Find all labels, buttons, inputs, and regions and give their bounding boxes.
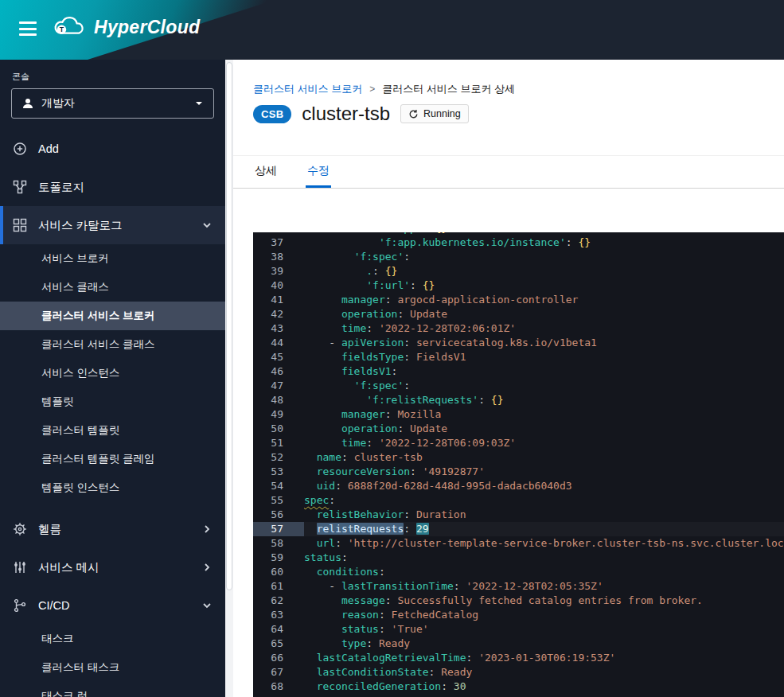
code-token [304, 652, 317, 664]
code-line[interactable]: 43 time: '2022-12-28T02:06:01Z' [253, 321, 784, 336]
sidebar-item-helm[interactable]: 헬름 [0, 510, 225, 548]
breadcrumb-link[interactable]: 클러스터 서비스 브로커 [253, 82, 362, 96]
code-token: Ready [441, 666, 472, 678]
code-token: 'http://cluster-template-service-broker.… [348, 537, 784, 549]
code-token: operation [341, 308, 397, 320]
code-line[interactable]: 53 resourceVersion: '49192877' [253, 465, 784, 479]
code-line[interactable]: 64 status: 'True' [253, 622, 784, 637]
yaml-editor[interactable]: 36 'f:app': {}37 'f:app.kubernetes.io/in… [253, 232, 784, 697]
code-line[interactable]: 44 - apiVersion: servicecatalog.k8s.io/v… [253, 336, 784, 350]
code-token: : [397, 422, 410, 434]
code-line[interactable]: 51 time: '2022-12-28T06:09:03Z' [253, 436, 784, 450]
sidebar-scrollbar[interactable] [225, 60, 233, 697]
code-token: : [466, 652, 479, 664]
code-line[interactable]: 60 conditions: [253, 565, 784, 579]
sidebar-item-topology[interactable]: 토폴로지 [0, 168, 225, 206]
code-line[interactable]: 39 .: {} [253, 264, 784, 278]
code-token: reason [341, 609, 379, 621]
sidebar-item-template[interactable]: 템플릿 [0, 387, 225, 416]
code-token: FetchedCatalog [392, 609, 479, 621]
code-line[interactable]: 67 lastConditionState: Ready [253, 665, 784, 679]
code-line[interactable]: 54 uid: 6888f20d-628d-448d-995d-dadacb60… [253, 479, 784, 493]
code-line[interactable]: 49 manager: Mozilla [253, 407, 784, 422]
code-line[interactable]: 40 'f:url': {} [253, 278, 784, 293]
code-token [304, 236, 379, 248]
cloud-logo-icon: T [53, 14, 86, 40]
code-token: 30 [454, 680, 466, 692]
hamburger-menu-button[interactable] [19, 21, 40, 39]
code-token: fieldsType [341, 351, 404, 363]
code-line[interactable]: 61 - lastTransitionTime: '2022-12-28T02:… [253, 579, 784, 594]
code-line[interactable]: 50 operation: Update [253, 422, 784, 436]
code-line[interactable]: 41 manager: argocd-application-controlle… [253, 293, 784, 307]
brand-logo[interactable]: T HyperCloud [53, 14, 200, 40]
hamburger-icon [19, 21, 40, 36]
tab-edit[interactable]: 수정 [306, 156, 331, 188]
sidebar: 콘솔 개발자 Add토폴로지서비스 카탈로그서비스 브로커서비스 클래스클러스터… [0, 60, 225, 697]
sidebar-item-template-instance[interactable]: 템플릿 인스턴스 [0, 473, 225, 502]
code-token: Duration [416, 508, 466, 520]
code-line[interactable]: 46 fieldsV1: [253, 364, 784, 379]
code-token: Ready [379, 637, 410, 649]
code-token: : [404, 351, 416, 363]
sidebar-item-cicd[interactable]: CI/CD [0, 586, 225, 625]
code-token: : [329, 494, 335, 506]
sidebar-item-service-instance[interactable]: 서비스 인스턴스 [0, 359, 225, 387]
tab-bar: 상세 수정 [233, 156, 784, 189]
code-line-text: - apiVersion: servicecatalog.k8s.io/v1be… [304, 336, 784, 350]
code-token: : [478, 394, 491, 406]
code-token: : [404, 337, 416, 348]
code-line[interactable]: 63 reason: FetchedCatalog [253, 608, 784, 622]
line-number: 51 [253, 436, 304, 450]
sidebar-item-add[interactable]: Add [0, 130, 225, 168]
line-number: 44 [253, 336, 304, 350]
sidebar-item-task[interactable]: 태스크 [0, 625, 225, 653]
sidebar-item-cluster-task[interactable]: 클러스터 태스크 [0, 653, 225, 682]
sidebar-item-cluster-template-claim[interactable]: 클러스터 템플릿 클레임 [0, 445, 225, 473]
code-token: : [385, 594, 398, 606]
code-line[interactable]: 59status: [253, 551, 784, 565]
code-line[interactable]: 52 name: cluster-tsb [253, 450, 784, 465]
sidebar-item-cluster-service-class[interactable]: 클러스터 서비스 클래스 [0, 330, 225, 359]
tab-details[interactable]: 상세 [253, 156, 279, 188]
code-line[interactable]: 47 'f:spec': [253, 379, 784, 393]
line-number: 52 [253, 450, 304, 465]
perspective-switcher[interactable]: 개발자 [11, 88, 214, 119]
code-line[interactable]: 57 relistRequests: 29 [253, 522, 784, 536]
code-token: relistRequests [317, 523, 404, 535]
code-line[interactable]: 45 fieldsType: FieldsV1 [253, 350, 784, 364]
scrollbar-thumb[interactable] [226, 62, 232, 590]
code-line[interactable]: 42 operation: Update [253, 307, 784, 321]
code-line-text: name: cluster-tsb [304, 450, 784, 465]
sidebar-item-cluster-template[interactable]: 클러스터 템플릿 [0, 416, 225, 445]
sidebar-item-service-catalog[interactable]: 서비스 카탈로그 [0, 206, 225, 244]
sidebar-item-service-mesh[interactable]: 서비스 메시 [0, 548, 225, 586]
sidebar-item-service-class[interactable]: 서비스 클래스 [0, 273, 225, 302]
code-line[interactable]: 65 type: Ready [253, 637, 784, 651]
sidebar-item-service-broker[interactable]: 서비스 브로커 [0, 244, 225, 273]
mesh-icon [13, 560, 27, 574]
line-number: 59 [253, 551, 304, 565]
code-token: 'f:app' [379, 232, 423, 234]
sidebar-item-task-run[interactable]: 태스크 런 [0, 682, 225, 697]
cicd-icon [13, 598, 27, 613]
code-line[interactable]: 68 reconciledGeneration: 30 [253, 679, 784, 694]
code-line[interactable]: 66 lastCatalogRetrievalTime: '2023-01-30… [253, 651, 784, 665]
code-line[interactable]: 62 message: Successfully fetched catalog… [253, 594, 784, 608]
sidebar-item-cluster-service-broker[interactable]: 클러스터 서비스 브로커 [0, 302, 225, 330]
code-line[interactable]: 38 'f:spec': [253, 250, 784, 264]
code-line[interactable]: 55spec: [253, 493, 784, 508]
code-token [304, 637, 341, 649]
code-line[interactable]: 58 url: 'http://cluster-template-service… [253, 536, 784, 551]
code-token: type [341, 637, 366, 649]
code-line[interactable]: 37 'f:app.kubernetes.io/instance': {} [253, 236, 784, 250]
code-line[interactable]: 48 'f:relistRequests': {} [253, 393, 784, 407]
code-token [304, 680, 317, 692]
code-token: 'True' [392, 623, 429, 635]
code-line-text: fieldsV1: [304, 364, 784, 379]
code-token: '2022-12-28T06:09:03Z' [379, 437, 516, 449]
code-token [304, 308, 341, 320]
code-line[interactable]: 56 relistBehavior: Duration [253, 508, 784, 522]
code-token [304, 594, 341, 606]
code-token: relistBehavior [317, 508, 404, 520]
